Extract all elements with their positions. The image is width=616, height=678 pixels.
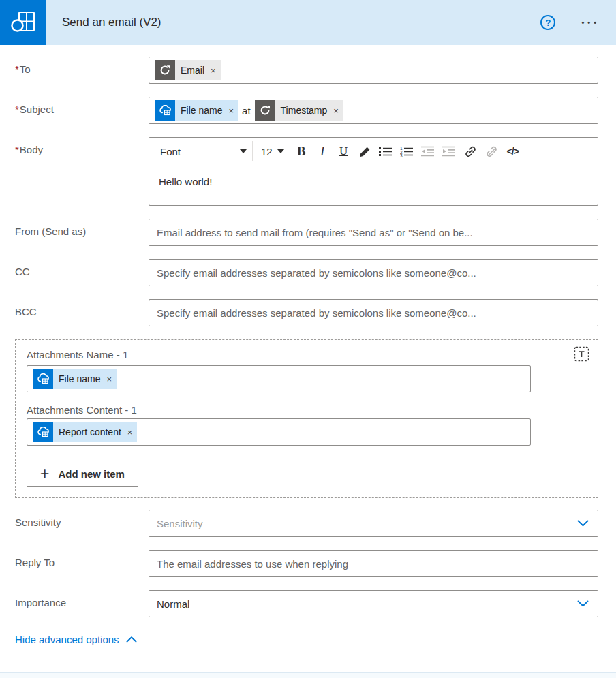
reply-to-row: Reply To [15, 550, 598, 577]
indent-icon[interactable] [439, 141, 460, 161]
close-icon[interactable]: × [211, 66, 216, 75]
outdent-icon[interactable] [418, 141, 439, 161]
hide-advanced-options-label: Hide advanced options [15, 634, 119, 645]
rte-toolbar: Font 12 B I U [149, 138, 598, 165]
dynamic-content-icon [255, 100, 275, 121]
close-icon[interactable]: × [228, 106, 234, 115]
subject-row: *Subject File name × [15, 97, 598, 124]
from-input[interactable] [149, 219, 598, 246]
font-size-dropdown[interactable]: 12 [253, 141, 291, 161]
token-label: Email [181, 65, 204, 76]
subject-input[interactable]: File name × at Timestamp × [149, 97, 598, 124]
card-bottom-edge [0, 672, 616, 678]
subject-plain-text: at [242, 105, 251, 117]
to-row: *To Email × [15, 57, 598, 84]
cc-row: CC [15, 259, 598, 286]
attachments-name-label: Attachments Name - 1 [27, 349, 587, 360]
body-row: *Body Font 12 B I U [15, 137, 598, 206]
bcc-row: BCC [15, 299, 598, 326]
required-marker: * [15, 63, 19, 75]
sensitivity-row: Sensitivity [15, 510, 598, 537]
chevron-down-icon[interactable] [577, 520, 589, 527]
cc-input[interactable] [149, 259, 598, 286]
from-label: From (Send as) [15, 219, 149, 237]
attachments-content-input[interactable]: Report content × [27, 418, 531, 446]
action-form: *To Email × [0, 45, 616, 646]
outlook-connector-icon [0, 0, 46, 45]
switch-to-array-icon[interactable] [574, 346, 589, 365]
dynamic-content-icon [155, 60, 175, 80]
token-label: File name [181, 105, 222, 116]
body-text-area[interactable]: Hello world! [149, 165, 598, 205]
font-family-dropdown[interactable]: Font [153, 141, 253, 161]
attachments-name-input[interactable]: File name × [27, 365, 531, 392]
reply-to-input[interactable] [149, 550, 598, 577]
report-content-token[interactable]: Report content × [33, 422, 137, 442]
close-icon[interactable]: × [106, 375, 112, 384]
required-marker: * [15, 104, 19, 115]
cc-label: CC [15, 259, 149, 277]
ellipsis-menu-icon[interactable]: ••• [580, 16, 601, 29]
email-token[interactable]: Email × [155, 60, 221, 80]
file-name-token[interactable]: File name × [33, 369, 117, 389]
required-marker: * [15, 144, 19, 155]
importance-label: Importance [15, 590, 149, 608]
bold-button[interactable]: B [291, 141, 312, 161]
dropdown-caret-icon [240, 149, 247, 153]
action-header[interactable]: Send an email (V2) ? ••• [0, 0, 616, 45]
code-view-icon[interactable]: </> [502, 141, 523, 161]
outlook-icon [10, 11, 36, 34]
importance-input[interactable] [149, 591, 577, 617]
token-label: File name [59, 373, 100, 384]
sensitivity-dropdown[interactable] [149, 510, 598, 537]
chevron-down-icon[interactable] [577, 600, 589, 607]
send-email-action-card: Send an email (V2) ? ••• *To [0, 0, 616, 678]
close-icon[interactable]: × [333, 106, 339, 115]
close-icon[interactable]: × [127, 428, 133, 437]
attachments-content-label: Attachments Content - 1 [27, 404, 148, 416]
help-icon[interactable]: ? [540, 15, 555, 30]
text-color-pen-icon[interactable] [354, 141, 375, 161]
sensitivity-input[interactable] [149, 510, 577, 536]
to-input[interactable]: Email × [149, 57, 598, 84]
cloud-file-icon [33, 369, 53, 389]
add-new-item-label: Add new item [58, 468, 125, 480]
link-icon[interactable] [460, 141, 481, 161]
underline-button[interactable]: U [333, 141, 354, 161]
from-row: From (Send as) [15, 219, 598, 246]
token-label: Timestamp [281, 105, 328, 116]
numbered-list-icon[interactable]: 123 [397, 141, 418, 161]
unlink-icon[interactable] [481, 141, 502, 161]
action-title: Send an email (V2) [62, 16, 161, 29]
attachments-section: Attachments Name - 1 File name × Attachm… [15, 339, 598, 498]
bcc-label: BCC [15, 299, 149, 318]
cloud-file-icon [33, 422, 53, 442]
chevron-up-icon [126, 636, 137, 643]
file-name-token[interactable]: File name × [155, 100, 238, 121]
importance-row: Importance [15, 590, 598, 617]
token-label: Report content [59, 427, 121, 437]
rich-text-editor: Font 12 B I U [149, 137, 598, 206]
svg-text:3: 3 [400, 153, 403, 157]
importance-dropdown[interactable] [149, 590, 598, 617]
subject-label: *Subject [15, 97, 149, 115]
add-new-item-button[interactable]: + Add new item [27, 461, 138, 487]
to-label: *To [15, 57, 149, 75]
cloud-file-icon [155, 100, 175, 121]
dropdown-caret-icon [277, 149, 284, 153]
plus-icon: + [40, 466, 49, 482]
bcc-input[interactable] [149, 299, 598, 326]
italic-button[interactable]: I [312, 141, 333, 161]
body-label: *Body [15, 137, 149, 155]
timestamp-token[interactable]: Timestamp × [255, 100, 343, 121]
bullet-list-icon[interactable] [375, 141, 397, 161]
hide-advanced-options-link[interactable]: Hide advanced options [15, 634, 137, 645]
reply-to-label: Reply To [15, 550, 149, 568]
sensitivity-label: Sensitivity [15, 510, 149, 528]
